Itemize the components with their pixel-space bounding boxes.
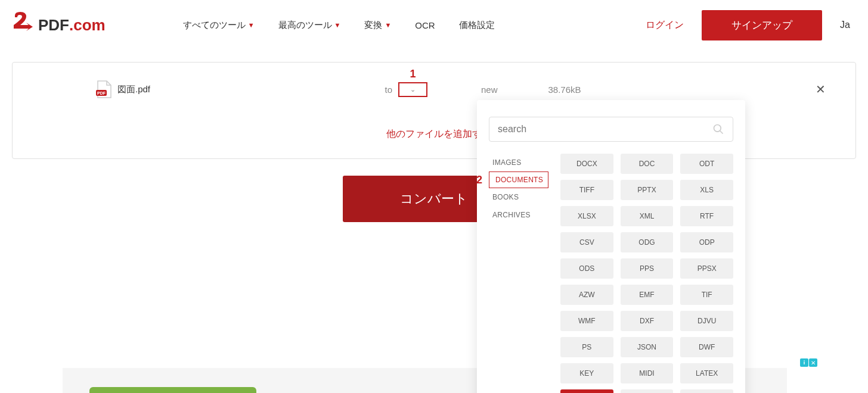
format-pps-button[interactable]: PPS	[621, 258, 674, 279]
chevron-down-icon: ▼	[248, 21, 255, 29]
format-dwf-button[interactable]: DWF	[680, 337, 733, 357]
dropdown-body: IMAGES 2 DOCUMENTS BOOKS ARCHIVES DOCXDO…	[489, 154, 733, 393]
formats-grid: DOCXDOCODTTIFFPPTXXLSXLSXXMLRTFCSVODGODP…	[560, 154, 733, 393]
category-images[interactable]: IMAGES	[489, 154, 548, 171]
format-pptx-button[interactable]: PPTX	[621, 180, 674, 200]
format-dxf-button[interactable]: DXF	[621, 311, 674, 331]
nav-ocr[interactable]: OCR	[415, 20, 435, 31]
format-doc-button[interactable]: DOC	[621, 154, 674, 174]
format-midi-button[interactable]: MIDI	[621, 363, 674, 383]
language-selector[interactable]: Ja	[840, 20, 850, 30]
format-ods-button[interactable]: ODS	[560, 258, 613, 279]
format-odt-button[interactable]: ODT	[680, 154, 733, 174]
svg-text:PDF: PDF	[97, 91, 106, 95]
remove-file-button[interactable]: ✕	[816, 82, 826, 96]
format-key-button[interactable]: KEY	[560, 363, 613, 383]
category-books[interactable]: BOOKS	[489, 188, 548, 206]
format-search-input[interactable]	[498, 124, 712, 135]
pdf-file-icon: PDF	[96, 80, 111, 98]
green-strip	[89, 387, 256, 393]
category-documents[interactable]: 2 DOCUMENTS	[489, 171, 548, 188]
format-latex-button[interactable]: LATEX	[680, 363, 733, 383]
nav-all-tools-label: すべてのツール	[183, 20, 246, 31]
format-xlsx-button[interactable]: XLSX	[560, 206, 613, 226]
search-box	[489, 117, 733, 142]
chevron-down-icon: ▼	[334, 21, 341, 29]
ad-info-icon[interactable]: i	[800, 358, 808, 367]
ad-controls: i ✕	[800, 358, 817, 367]
nav-pricing-label: 価格設定	[459, 20, 495, 31]
chevron-down-icon: ⌄	[410, 86, 416, 93]
nav-convert-label: 変換	[364, 20, 382, 31]
format-url-button[interactable]: URL	[680, 389, 733, 393]
to-label: to	[385, 85, 392, 95]
ad-close-icon[interactable]: ✕	[809, 358, 817, 367]
format-ps-button[interactable]: PS	[560, 337, 613, 357]
logo-text-com: .com	[69, 16, 106, 35]
format-djvu-button[interactable]: DJVU	[680, 311, 733, 331]
format-csv-button[interactable]: CSV	[560, 232, 613, 252]
logo-text-pdf: PDF	[38, 16, 69, 35]
category-archives[interactable]: ARCHIVES	[489, 206, 548, 224]
category-documents-label: DOCUMENTS	[495, 176, 543, 184]
format-xls-button[interactable]: XLS	[680, 180, 733, 200]
logo-2-icon	[12, 11, 36, 40]
format-emf-button[interactable]: EMF	[621, 285, 674, 305]
svg-line-3	[720, 131, 723, 134]
nav-ocr-label: OCR	[415, 20, 435, 30]
signup-button[interactable]: サインアップ	[702, 10, 822, 40]
format-categories: IMAGES 2 DOCUMENTS BOOKS ARCHIVES	[489, 154, 548, 393]
format-vsd-button[interactable]: VSD3	[560, 389, 613, 393]
format-tif-button[interactable]: TIF	[680, 285, 733, 305]
main-nav: すべてのツール ▼ 最高のツール ▼ 変換 ▼ OCR 価格設定	[183, 20, 495, 31]
annotation-1: 1	[410, 68, 416, 80]
nav-pricing[interactable]: 価格設定	[459, 20, 495, 31]
format-dropdown-toggle[interactable]: 1 ⌄	[398, 82, 427, 97]
format-xml-button[interactable]: XML	[621, 206, 674, 226]
format-azw-button[interactable]: AZW	[560, 285, 613, 305]
annotation-2: 2	[476, 174, 482, 186]
logo[interactable]: PDF .com	[12, 11, 106, 40]
format-json-button[interactable]: JSON	[621, 337, 674, 357]
format-docx-button[interactable]: DOCX	[560, 154, 613, 174]
format-odp-button[interactable]: ODP	[680, 232, 733, 252]
format-odg-button[interactable]: ODG	[621, 232, 674, 252]
nav-best-tools-label: 最高のツール	[278, 20, 332, 31]
nav-best-tools[interactable]: 最高のツール ▼	[278, 20, 341, 31]
search-icon	[712, 123, 724, 135]
format-cmyk-button[interactable]: CMYK	[621, 389, 674, 393]
svg-point-2	[714, 125, 721, 132]
format-ppsx-button[interactable]: PPSX	[680, 258, 733, 279]
nav-all-tools[interactable]: すべてのツール ▼	[183, 20, 255, 31]
format-dropdown-panel: IMAGES 2 DOCUMENTS BOOKS ARCHIVES DOCXDO…	[477, 100, 745, 393]
format-wmf-button[interactable]: WMF	[560, 311, 613, 331]
header: PDF .com すべてのツール ▼ 最高のツール ▼ 変換 ▼ OCR 価格設…	[0, 0, 868, 50]
file-status: new	[481, 85, 498, 95]
login-link[interactable]: ログイン	[646, 19, 684, 32]
format-tiff-button[interactable]: TIFF	[560, 180, 613, 200]
file-name: 図面.pdf	[117, 84, 150, 95]
file-size: 38.76kB	[548, 85, 581, 95]
format-rtf-button[interactable]: RTF	[680, 206, 733, 226]
file-row: PDF 図面.pdf to 1 ⌄ new 38.76kB ✕	[36, 80, 832, 98]
nav-convert[interactable]: 変換 ▼	[364, 20, 391, 31]
chevron-down-icon: ▼	[385, 21, 391, 29]
